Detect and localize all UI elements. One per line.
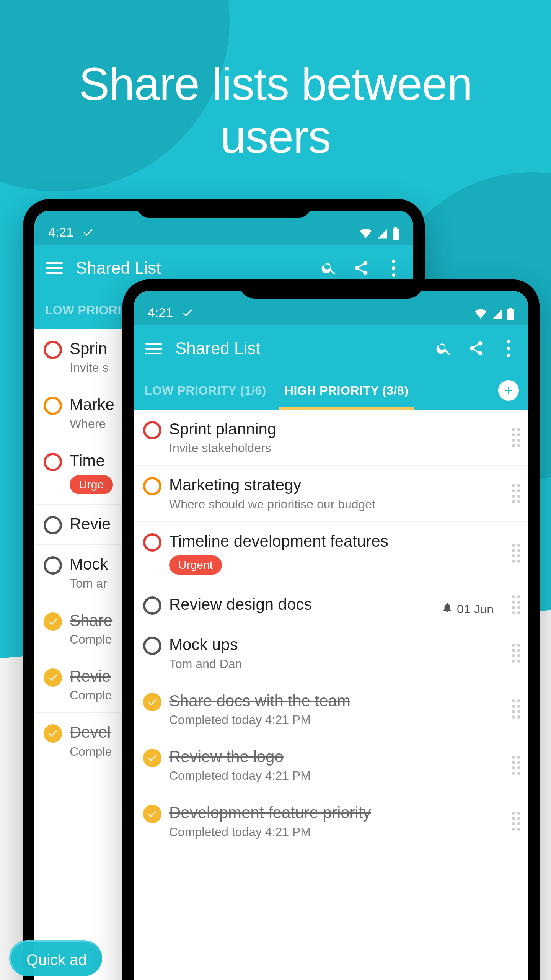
tab-low-priority[interactable]: LOW PRIORITY (1/6) [143, 371, 268, 410]
signal-icon [377, 228, 388, 240]
signal-icon [491, 309, 503, 320]
quick-add-button[interactable]: Quick ad [9, 940, 102, 976]
task-checkbox[interactable] [143, 749, 161, 767]
task-row[interactable]: Mock upsTom and Dan [134, 625, 528, 681]
task-subtitle: Completed today 4:21 PM [169, 713, 519, 727]
ring-icon [143, 637, 161, 655]
bell-icon [442, 602, 453, 616]
checkmark-icon [143, 749, 161, 767]
task-subtitle: Tom and Dan [169, 657, 519, 671]
task-title: Mock ups [169, 635, 519, 654]
phone-notch [239, 279, 423, 299]
drag-handle-icon[interactable] [512, 699, 520, 719]
more-button[interactable] [383, 257, 404, 279]
task-row[interactable]: Sprint planningInvite stakeholders [134, 410, 528, 466]
tab-bar: LOW PRIORITY (1/6) HIGH PRIORITY (3/8) [134, 371, 528, 410]
task-checkbox[interactable] [44, 668, 62, 687]
ring-icon [44, 397, 62, 415]
task-due-date: 01 Jun [442, 602, 494, 616]
task-row[interactable]: Review design docs01 Jun [134, 585, 528, 625]
task-title: Development feature priority [169, 803, 519, 822]
drag-handle-icon[interactable] [512, 484, 520, 503]
search-button[interactable] [433, 338, 455, 359]
search-button[interactable] [318, 257, 340, 279]
task-list[interactable]: Sprint planningInvite stakeholdersMarket… [134, 410, 528, 849]
task-subtitle: Where should we prioritise our budget [169, 497, 519, 511]
ring-icon [44, 516, 62, 534]
share-button[interactable] [350, 257, 372, 279]
checkmark-icon [44, 612, 62, 631]
menu-button[interactable] [44, 257, 65, 279]
kebab-icon [507, 340, 510, 357]
ring-icon [44, 453, 62, 471]
hamburger-icon [145, 343, 162, 354]
tab-low-priority[interactable]: LOW PRIORI [44, 291, 123, 329]
task-checkbox[interactable] [44, 556, 62, 575]
ring-icon [143, 596, 161, 615]
check-icon [181, 307, 194, 319]
task-checkbox[interactable] [44, 724, 62, 743]
plus-icon [502, 384, 515, 397]
checkmark-icon [44, 668, 62, 687]
ring-icon [143, 533, 161, 552]
ring-icon [143, 421, 161, 439]
task-checkbox[interactable] [44, 516, 62, 534]
task-checkbox[interactable] [143, 637, 161, 655]
task-row[interactable]: Development feature priorityCompleted to… [134, 793, 528, 849]
drag-handle-icon[interactable] [512, 544, 520, 563]
more-button[interactable] [497, 338, 519, 359]
task-checkbox[interactable] [143, 421, 161, 439]
page-title: Shared List [175, 339, 422, 358]
search-icon [435, 340, 452, 357]
drag-handle-icon[interactable] [512, 595, 520, 614]
page-title: Shared List [76, 258, 308, 278]
share-button[interactable] [465, 338, 487, 359]
task-checkbox[interactable] [44, 341, 62, 359]
task-subtitle: Invite stakeholders [169, 441, 519, 455]
task-row[interactable]: Timeline development featuresUrgent [134, 522, 528, 585]
task-checkbox[interactable] [143, 533, 161, 552]
battery-icon [392, 227, 399, 240]
task-title: Sprint planning [169, 420, 519, 439]
wifi-icon [474, 309, 487, 320]
task-subtitle: Completed today 4:21 PM [169, 769, 519, 783]
drag-handle-icon[interactable] [512, 756, 520, 775]
task-row[interactable]: Marketing strategyWhere should we priori… [134, 466, 528, 521]
urgent-badge: Urge [70, 475, 113, 494]
add-tab-button[interactable] [498, 380, 519, 401]
status-time: 4:21 [148, 305, 173, 320]
task-checkbox[interactable] [143, 693, 161, 711]
task-row[interactable]: Review the logoCompleted today 4:21 PM [134, 737, 528, 793]
phone-notch [135, 199, 312, 218]
drag-handle-icon[interactable] [512, 812, 520, 831]
task-checkbox[interactable] [143, 596, 161, 615]
task-checkbox[interactable] [143, 805, 161, 823]
checkmark-icon [143, 805, 161, 823]
battery-icon [507, 308, 514, 320]
hamburger-icon [46, 262, 63, 274]
task-title: Review the logo [169, 747, 519, 766]
status-time: 4:21 [48, 225, 73, 240]
task-checkbox[interactable] [44, 397, 62, 415]
check-icon [82, 226, 94, 238]
phone-front: 4:21 Shared List LOW PRIORITY (1/6) HIGH… [122, 279, 540, 980]
task-title: Marketing strategy [169, 475, 519, 495]
task-checkbox[interactable] [143, 477, 161, 495]
ring-icon [44, 556, 62, 575]
task-subtitle: Completed today 4:21 PM [169, 825, 519, 839]
task-checkbox[interactable] [44, 453, 62, 471]
task-title: Share docs with the team [169, 691, 519, 710]
drag-handle-icon[interactable] [512, 428, 520, 447]
drag-handle-icon[interactable] [512, 644, 520, 663]
urgent-badge: Urgent [169, 555, 222, 575]
task-checkbox[interactable] [44, 612, 62, 631]
kebab-icon [392, 260, 395, 277]
menu-button[interactable] [143, 338, 165, 359]
wifi-icon [359, 228, 373, 240]
promo-headline: Share lists between users [0, 0, 551, 186]
tab-high-priority[interactable]: HIGH PRIORITY (3/8) [283, 371, 410, 410]
task-title: Timeline development features [169, 532, 519, 551]
ring-icon [143, 477, 161, 495]
search-icon [321, 260, 337, 276]
task-row[interactable]: Share docs with the teamCompleted today … [134, 681, 528, 737]
